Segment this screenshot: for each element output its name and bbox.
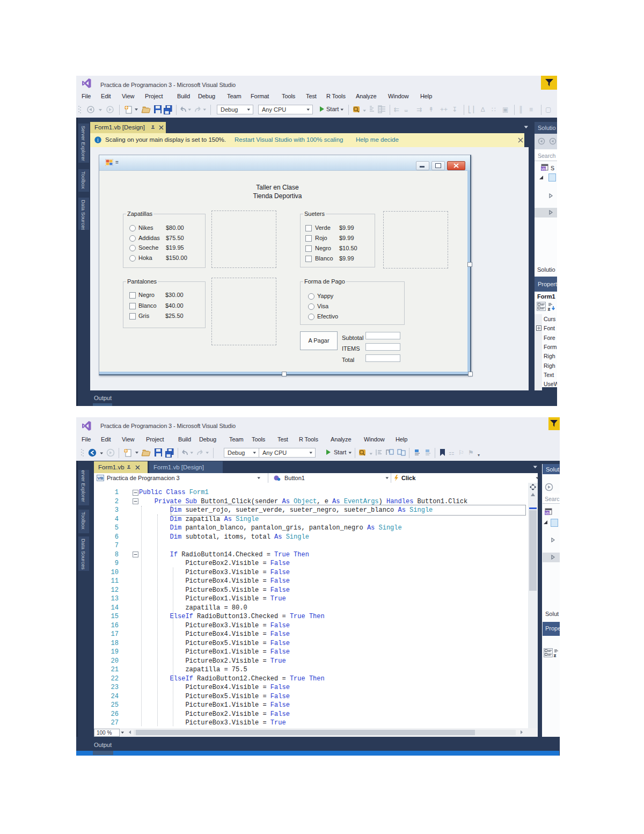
svg-text:vb: vb — [545, 511, 550, 515]
svg-text:vb: vb — [541, 167, 546, 171]
svg-text:i: i — [97, 137, 99, 143]
svg-text:VB: VB — [97, 476, 103, 481]
svg-text:z: z — [548, 307, 550, 311]
svg-text:z: z — [554, 653, 556, 657]
